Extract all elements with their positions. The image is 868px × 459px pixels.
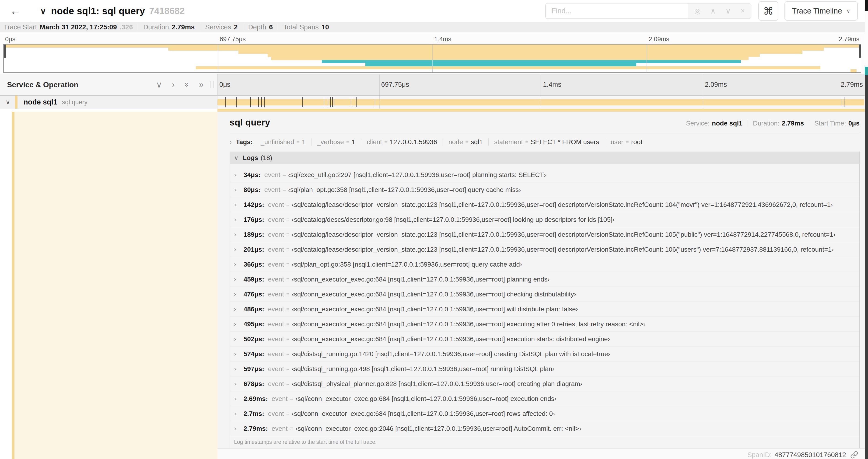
next-result-icon[interactable]: ∨ <box>725 7 731 15</box>
log-row[interactable]: ›678μs:event=‹sql/distsql_physical_plann… <box>230 376 859 391</box>
edge-white-segment <box>865 11 868 67</box>
log-field-value: ‹sql/conn_executor_exec.go:684 [nsql1,cl… <box>292 291 576 298</box>
track-grid-line <box>541 96 541 109</box>
chevron-right-icon: › <box>234 216 236 223</box>
log-equals: = <box>286 276 289 283</box>
tag-equals: = <box>297 139 300 145</box>
log-timestamp: 459μs: <box>244 276 265 283</box>
minimap-span-bar <box>268 54 760 57</box>
log-timestamp: 597μs: <box>244 365 265 373</box>
tags-accordion[interactable]: › Tags: _unfinished=1_verbose=1client=12… <box>229 136 860 148</box>
chevron-right-icon: › <box>234 246 236 253</box>
tag-key: user <box>611 138 623 146</box>
logs-header[interactable]: ∨ Logs (18) <box>230 152 859 164</box>
collapse-one-icon[interactable]: ∨ <box>156 80 162 90</box>
log-timestamp: 34μs: <box>244 171 260 179</box>
jaeger-trace-page: ← ∨ node sql1: sql query 7418682 ◎ ∧ ∨ ×… <box>0 0 868 459</box>
log-row[interactable]: ›366μs:event=‹sql/plan_opt.go:358 [nsql1… <box>230 257 859 272</box>
detail-row-track <box>217 109 865 112</box>
background-window-edge <box>865 0 868 459</box>
log-row[interactable]: ›597μs:event=‹sql/distsql_running.go:498… <box>230 362 859 376</box>
log-row[interactable]: ›80μs:event=‹sql/plan_opt.go:358 [nsql1,… <box>230 183 859 197</box>
log-field-value: ‹sql/distsql_running.go:1420 [nsql1,clie… <box>292 350 610 358</box>
log-row[interactable]: ›495μs:event=‹sql/conn_executor_exec.go:… <box>230 317 859 332</box>
log-field-value: ‹sql/catalog/lease/descriptor_version_st… <box>292 231 835 238</box>
find-input[interactable] <box>546 3 688 19</box>
tag-item: client=127.0.0.1:59936 <box>361 138 443 146</box>
log-row[interactable]: ›142μs:event=‹sql/catalog/lease/descript… <box>230 197 859 212</box>
log-row[interactable]: ›486μs:event=‹sql/conn_executor_exec.go:… <box>230 302 859 317</box>
trace-collapse-icon[interactable]: ∨ <box>40 6 46 16</box>
collapse-all-icon[interactable]: » <box>182 82 192 87</box>
tag-value: sql1 <box>471 138 483 146</box>
log-row[interactable]: ›574μs:event=‹sql/distsql_running.go:142… <box>230 347 859 362</box>
log-tick-mark <box>236 97 237 107</box>
log-tick-mark <box>302 97 303 107</box>
log-equals: = <box>286 261 289 267</box>
span-collapse-icon[interactable]: ∨ <box>6 98 10 106</box>
chevron-right-icon: › <box>234 186 236 193</box>
track-grid-line <box>379 96 380 109</box>
viewport-right-handle[interactable] <box>859 44 861 58</box>
log-row[interactable]: ›459μs:event=‹sql/conn_executor_exec.go:… <box>230 272 859 287</box>
ruler-grid-line <box>379 74 380 95</box>
link-icon[interactable] <box>850 451 858 459</box>
log-row[interactable]: ›189μs:event=‹sql/catalog/lease/descript… <box>230 227 859 242</box>
log-row[interactable]: ›34μs:event=‹sql/exec_util.go:2297 [nsql… <box>230 167 859 183</box>
locate-icon[interactable]: ◎ <box>694 7 701 15</box>
log-row[interactable]: ›502μs:event=‹sql/conn_executor_exec.go:… <box>230 332 859 347</box>
log-field-value: ‹sql/conn_executor_exec.go:2046 [nsql1,c… <box>296 425 581 432</box>
log-tick-mark <box>332 97 333 107</box>
detail-header: sql query Service:node sql1Duration:2.79… <box>229 117 860 128</box>
log-field-key: event <box>265 186 280 194</box>
tag-equals: = <box>626 139 629 145</box>
expand-one-icon[interactable]: › <box>172 80 175 90</box>
back-arrow-icon: ← <box>10 5 21 17</box>
summary-value: 2.79ms <box>172 23 195 31</box>
summary-value: 10 <box>321 23 329 31</box>
log-timestamp: 80μs: <box>244 186 260 194</box>
operation-name: sql query <box>62 99 88 106</box>
log-row[interactable]: ›2.79ms:event=‹sql/conn_executor_exec.go… <box>230 421 859 436</box>
span-detail-region: sql query Service:node sql1Duration:2.79… <box>0 112 865 459</box>
expand-all-icon[interactable]: » <box>199 80 204 90</box>
chevron-right-icon: › <box>234 291 236 298</box>
tag-item: _verbose=1 <box>311 138 361 146</box>
logs-count: (18) <box>260 154 272 162</box>
log-timestamp: 189μs: <box>244 231 265 238</box>
log-field-key: event <box>268 305 284 313</box>
log-equals: = <box>286 351 289 357</box>
span-row-track[interactable] <box>217 96 865 109</box>
span-duration-bar[interactable] <box>217 99 864 105</box>
back-button[interactable]: ← <box>0 0 31 22</box>
ruler-grid-line <box>703 74 703 95</box>
log-equals: = <box>286 306 289 312</box>
log-row[interactable]: ›2.69ms:event=‹sql/conn_executor_exec.go… <box>230 391 859 406</box>
log-tick-mark <box>324 97 324 107</box>
keyboard-shortcuts-button[interactable]: ⌘ <box>758 1 778 21</box>
chevron-right-icon: › <box>234 365 236 372</box>
trace-view-selector[interactable]: Trace Timeline ∨ <box>784 1 858 21</box>
log-timestamp: 201μs: <box>244 246 265 253</box>
span-row[interactable]: ∨ node sql1 sql query <box>0 96 865 109</box>
clear-search-icon[interactable]: × <box>741 7 745 15</box>
column-resizer-handle[interactable] <box>210 81 214 88</box>
minimap-grid-line <box>432 44 433 72</box>
span-row-name-cell: ∨ node sql1 sql query <box>0 96 217 109</box>
log-row[interactable]: ›476μs:event=‹sql/conn_executor_exec.go:… <box>230 287 859 302</box>
log-tick-mark <box>330 97 331 107</box>
minimap-canvas[interactable] <box>3 44 861 73</box>
log-equals: = <box>290 396 293 402</box>
log-field-key: event <box>268 410 284 418</box>
timeline-tick-label: 697.75μs <box>381 81 409 88</box>
log-row[interactable]: ›176μs:event=‹sql/catalog/descs/descript… <box>230 212 859 227</box>
log-row[interactable]: ›201μs:event=‹sql/catalog/lease/descript… <box>230 242 859 257</box>
log-row[interactable]: ›2.7ms:event=‹sql/conn_executor_exec.go:… <box>230 406 859 421</box>
log-field-value: ‹sql/catalog/descs/descriptor.go:98 [nsq… <box>292 216 615 223</box>
log-tick-mark <box>250 97 251 107</box>
log-equals: = <box>290 425 293 432</box>
chevron-down-icon: ∨ <box>846 8 850 14</box>
log-timestamp: 176μs: <box>244 216 265 223</box>
prev-result-icon[interactable]: ∧ <box>710 7 716 15</box>
viewport-left-handle[interactable] <box>4 44 6 58</box>
